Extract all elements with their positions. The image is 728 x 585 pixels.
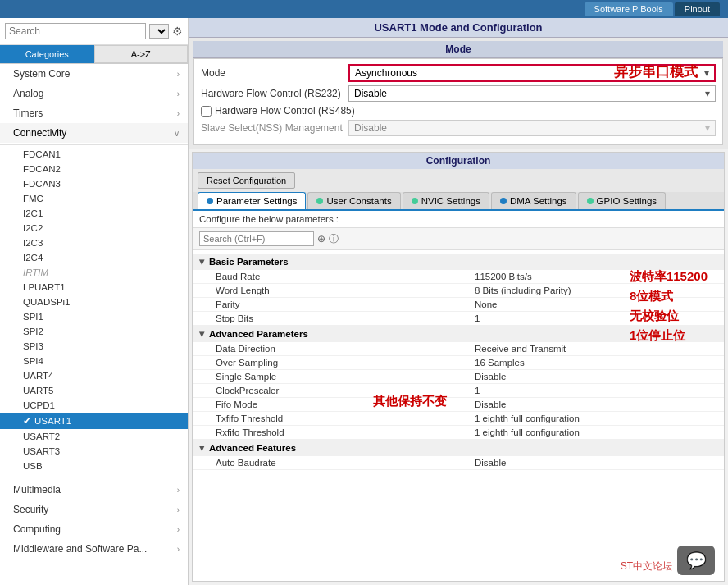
sidebar-item-spi2[interactable]: SPI2	[0, 324, 188, 339]
sidebar-item-fdcan3[interactable]: FDCAN3	[0, 176, 188, 191]
divider	[0, 144, 188, 145]
mode-value-text: Disable	[354, 122, 705, 134]
config-tab-nvic-settings[interactable]: NVIC Settings	[403, 192, 489, 209]
sidebar-item-label: USART1	[34, 416, 71, 426]
config-tab-dma-settings[interactable]: DMA Settings	[491, 192, 576, 209]
sidebar-item-usart3[interactable]: USART3	[0, 444, 188, 459]
top-bar: Software P Bools Pinout	[0, 0, 728, 18]
tab-dot-icon	[587, 198, 594, 204]
config-section: Configuration Reset Configuration Parame…	[192, 152, 725, 582]
mode-nss-dropdown: Disable ▾	[348, 120, 716, 136]
sidebar: ⚙ Categories A->Z System Core › Analog ›…	[0, 18, 189, 585]
param-value: Disable	[458, 458, 717, 468]
hwflow485-checkbox[interactable]	[201, 106, 212, 117]
sidebar-item-spi1[interactable]: SPI1	[0, 309, 188, 324]
tab-label: Parameter Settings	[216, 196, 297, 206]
sidebar-search-type[interactable]	[149, 24, 169, 39]
config-search-bar: ⊕ ⓘ	[193, 228, 724, 250]
advanced-params-header[interactable]: ▾ Advanced Parameters	[193, 326, 724, 342]
param-row-word-length: Word Length 8 Bits (including Parity)	[193, 284, 724, 298]
sidebar-item-analog[interactable]: Analog ›	[0, 84, 188, 103]
sidebar-item-spi3[interactable]: SPI3	[0, 339, 188, 354]
dropdown-arrow-icon: ▾	[705, 122, 710, 134]
arrow-right-icon: ›	[177, 70, 180, 79]
mode-section-header: Mode	[193, 41, 723, 58]
mode-label: Hardware Flow Control (RS485)	[215, 105, 362, 117]
config-tabs: Parameter Settings User Constants NVIC S…	[193, 192, 724, 211]
sidebar-item-usb[interactable]: USB	[0, 459, 188, 473]
arrow-right-icon: ›	[177, 89, 180, 98]
sidebar-tab-az[interactable]: A->Z	[94, 45, 189, 63]
sidebar-item-ucpd1[interactable]: UCPD1	[0, 398, 188, 413]
param-name: Parity	[216, 299, 458, 309]
sidebar-item-fdcan1[interactable]: FDCAN1	[0, 147, 188, 162]
sidebar-item-usart1[interactable]: ✔USART1	[0, 413, 188, 429]
section-label: Advanced Features	[209, 443, 296, 453]
sidebar-item-fdcan2[interactable]: FDCAN2	[0, 162, 188, 176]
top-bar-tab-pinout[interactable]: Pinout	[675, 2, 720, 16]
mode-hwflow232-dropdown[interactable]: Disable ▾	[348, 85, 716, 102]
sidebar-item-middleware[interactable]: Middleware and Software Pa... ›	[0, 539, 188, 559]
collapse-arrow-icon: ▾	[199, 256, 204, 267]
sidebar-item-multimedia[interactable]: Multimedia ›	[0, 480, 188, 500]
sidebar-item-irtim[interactable]: IRTIM	[0, 265, 188, 280]
tab-label: NVIC Settings	[421, 196, 480, 206]
sidebar-item-label: Computing	[13, 523, 61, 535]
param-row-rxfifo: Rxfifo Threshold 1 eighth full configura…	[193, 426, 724, 440]
search-icon[interactable]: ⊕	[317, 233, 325, 245]
sidebar-search-input[interactable]	[5, 23, 146, 39]
sidebar-item-spi4[interactable]: SPI4	[0, 354, 188, 368]
sidebar-item-i2c2[interactable]: I2C2	[0, 221, 188, 235]
param-value: Receive and Transmit	[458, 344, 717, 354]
sidebar-item-connectivity[interactable]: Connectivity ∨	[0, 123, 188, 143]
param-name: Txfifo Threshold	[216, 414, 458, 423]
sidebar-tab-categories[interactable]: Categories	[0, 45, 94, 63]
mode-label: Slave Select(NSS) Management	[201, 122, 348, 134]
basic-params-header[interactable]: ▾ Basic Parameters	[193, 254, 724, 270]
chat-icon-box[interactable]: 💬	[677, 546, 715, 575]
section-label: Advanced Parameters	[209, 329, 308, 339]
param-name: Single Sample	[216, 372, 458, 382]
param-name: Auto Baudrate	[216, 458, 458, 468]
config-section-header: Configuration	[193, 153, 724, 169]
sidebar-item-label: Multimedia	[13, 484, 61, 496]
config-tab-parameter-settings[interactable]: Parameter Settings	[198, 192, 306, 209]
advanced-features-header[interactable]: ▾ Advanced Features	[193, 440, 724, 456]
sidebar-item-uart4[interactable]: UART4	[0, 368, 188, 383]
collapse-arrow-icon: ▾	[199, 328, 204, 340]
gear-icon[interactable]: ⚙	[172, 25, 183, 38]
sidebar-item-quadspi1[interactable]: QUADSPi1	[0, 295, 188, 309]
param-row-data-direction: Data Direction Receive and Transmit	[193, 342, 724, 356]
sidebar-item-lpuart1[interactable]: LPUART1	[0, 280, 188, 295]
sidebar-item-fmc[interactable]: FMC	[0, 191, 188, 206]
reset-config-button[interactable]: Reset Configuration	[198, 172, 295, 189]
main-layout: ⚙ Categories A->Z System Core › Analog ›…	[0, 18, 728, 585]
sidebar-item-i2c3[interactable]: I2C3	[0, 235, 188, 250]
sidebar-item-i2c1[interactable]: I2C1	[0, 206, 188, 221]
param-row-parity: Parity None	[193, 298, 724, 312]
config-tab-user-constants[interactable]: User Constants	[307, 192, 400, 209]
param-name: Fifo Mode	[216, 400, 458, 409]
config-tab-gpio-settings[interactable]: GPIO Settings	[578, 192, 667, 209]
info-icon[interactable]: ⓘ	[329, 232, 339, 246]
param-value: 1	[458, 313, 717, 323]
sidebar-item-usart2[interactable]: USART2	[0, 429, 188, 444]
sidebar-item-uart5[interactable]: UART5	[0, 383, 188, 398]
param-value: 16 Samples	[458, 358, 717, 368]
tab-label: GPIO Settings	[597, 196, 657, 206]
sidebar-item-security[interactable]: Security ›	[0, 500, 188, 519]
dropdown-arrow-icon: ▾	[705, 88, 710, 99]
config-hint: Configure the below parameters :	[193, 211, 724, 228]
top-bar-tab-software[interactable]: Software P Bools	[585, 2, 673, 16]
sidebar-item-i2c4[interactable]: I2C4	[0, 250, 188, 265]
mode-value-text: Disable	[354, 88, 705, 99]
sidebar-item-system-core[interactable]: System Core ›	[0, 64, 188, 84]
sidebar-item-timers[interactable]: Timers ›	[0, 103, 188, 123]
sidebar-item-label: Security	[13, 504, 48, 515]
param-value: 1 eighth full configuration	[458, 414, 717, 423]
param-row-fifo-mode: Fifo Mode Disable	[193, 398, 724, 412]
param-value: 8 Bits (including Parity)	[458, 286, 717, 295]
config-search-input[interactable]	[199, 231, 314, 246]
sidebar-item-computing[interactable]: Computing ›	[0, 519, 188, 539]
param-name: Data Direction	[216, 344, 458, 354]
